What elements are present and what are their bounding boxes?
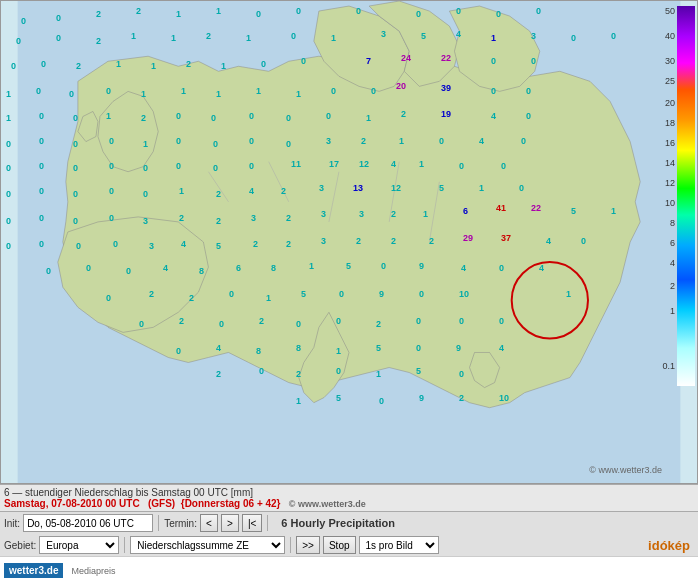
precip-num: 1 — [116, 59, 121, 69]
precip-num: 0 — [39, 161, 44, 171]
precip-num: 0 — [459, 369, 464, 379]
precip-num: 0 — [73, 139, 78, 149]
precip-num: 2 — [286, 239, 291, 249]
next-button[interactable]: > — [221, 514, 239, 532]
precip-num: 0 — [126, 266, 131, 276]
main-container: 0 0 2 2 1 1 0 0 0 0 0 0 0 0 0 2 1 1 2 1 … — [0, 0, 698, 584]
precip-num: 0 — [229, 289, 234, 299]
precip-num: 5 — [439, 183, 444, 193]
init-input[interactable] — [23, 514, 153, 532]
legend-value-40: 40 — [665, 31, 675, 41]
precip-num: 0 — [39, 186, 44, 196]
precip-num: 19 — [441, 109, 451, 119]
precip-num: 0 — [211, 113, 216, 123]
legend-gradient — [677, 6, 695, 386]
legend-value-8: 8 — [670, 218, 675, 228]
precip-num: 5 — [336, 393, 341, 403]
precip-num: 0 — [39, 239, 44, 249]
legend-value-30: 30 — [665, 56, 675, 66]
precip-num: 0 — [21, 16, 26, 26]
precip-num: 2 — [141, 113, 146, 123]
precip-num: 0 — [76, 241, 81, 251]
legend-value-10: 10 — [665, 198, 675, 208]
precip-num: 2 — [216, 189, 221, 199]
precip-num: 17 — [329, 159, 339, 169]
wetter3-credit: © www.wetter3.de — [589, 465, 662, 475]
precip-num: 0 — [39, 213, 44, 223]
precip-num: 1 — [176, 9, 181, 19]
stop-button[interactable]: Stop — [323, 536, 356, 554]
prev-button[interactable]: < — [200, 514, 218, 532]
precip-num: 5 — [346, 261, 351, 271]
precip-num: 1 — [246, 33, 251, 43]
legend-value-1: 1 — [670, 306, 675, 316]
gebiet-select[interactable]: Europa — [39, 536, 119, 554]
precip-num: 2 — [391, 209, 396, 219]
precip-num: 0 — [491, 56, 496, 66]
precip-num: 2 — [391, 236, 396, 246]
precip-num: 0 — [259, 366, 264, 376]
row1-controls: Init: Termin: < > |< 6 Hourly Precipitat… — [4, 514, 694, 532]
precip-num: 12 — [359, 159, 369, 169]
precip-num: 2 — [376, 319, 381, 329]
precip-num: 0 — [499, 263, 504, 273]
separator — [158, 515, 159, 531]
precip-num: 8 — [271, 263, 276, 273]
precip-num: 3 — [326, 136, 331, 146]
precip-num: 13 — [353, 183, 363, 193]
precip-num: 0 — [571, 33, 576, 43]
precip-num: 0 — [213, 139, 218, 149]
precip-num: 0 — [143, 189, 148, 199]
speed-select[interactable]: 1s pro Bild — [359, 536, 439, 554]
precip-num: 0 — [491, 86, 496, 96]
precip-num: 0 — [109, 136, 114, 146]
precip-num: 0 — [301, 56, 306, 66]
precip-num: 4 — [216, 343, 221, 353]
separator3 — [124, 537, 125, 553]
precip-num: 1 — [479, 183, 484, 193]
precip-num: 24 — [401, 53, 411, 63]
precip-num: 9 — [456, 343, 461, 353]
precip-num: 3 — [381, 29, 386, 39]
precip-num: 4 — [391, 159, 396, 169]
precip-num: 2 — [206, 31, 211, 41]
precip-num: 1 — [296, 396, 301, 406]
precip-num: 0 — [73, 163, 78, 173]
separator2 — [267, 515, 268, 531]
legend-value-18: 18 — [665, 118, 675, 128]
precip-num: 0 — [41, 59, 46, 69]
precip-num: 0 — [416, 343, 421, 353]
precip-num: 8 — [199, 266, 204, 276]
last-button[interactable]: |< — [242, 514, 262, 532]
precip-num: 2 — [429, 236, 434, 246]
precip-num: 0 — [176, 111, 181, 121]
precip-num: 0 — [356, 6, 361, 16]
legend-value-20: 20 — [665, 98, 675, 108]
precip-num: 4 — [461, 263, 466, 273]
niederschlag-select[interactable]: Niederschlagssumme ZE — [130, 536, 285, 554]
precip-num: 0 — [379, 396, 384, 406]
status-line1: 6 — stuendiger Niederschlag bis Samstag … — [4, 487, 694, 498]
precip-num: 0 — [331, 86, 336, 96]
precip-num: 0 — [139, 319, 144, 329]
precip-num: 0 — [339, 289, 344, 299]
precip-num: 2 — [76, 61, 81, 71]
precip-num: 0 — [39, 136, 44, 146]
precip-num: 0 — [501, 161, 506, 171]
precip-num: 1 — [216, 89, 221, 99]
precip-num: 0 — [69, 89, 74, 99]
legend-value-16: 16 — [665, 138, 675, 148]
precip-num: 0 — [86, 263, 91, 273]
precip-num: 0 — [113, 239, 118, 249]
gebiet-label: Gebiet: — [4, 540, 36, 551]
status-term: {Donnerstag 06 + 42} — [181, 498, 281, 509]
precip-num: 37 — [501, 233, 511, 243]
precip-num: 0 — [6, 216, 11, 226]
precip-num: 0 — [109, 213, 114, 223]
precip-num: 0 — [459, 316, 464, 326]
play-button[interactable]: >> — [296, 536, 320, 554]
precip-num: 1 — [376, 369, 381, 379]
hourly-label: 6 Hourly Precipitation — [281, 517, 395, 529]
precip-num: 5 — [376, 343, 381, 353]
precip-num: 0 — [109, 186, 114, 196]
